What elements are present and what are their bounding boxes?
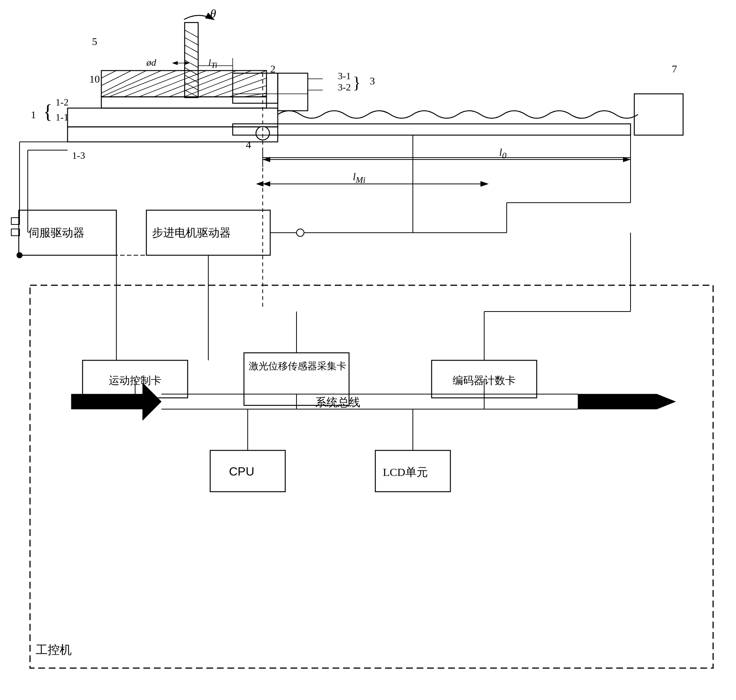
svg-marker-80 [578,394,676,409]
svg-line-16 [109,71,176,97]
svg-line-1 [185,30,198,38]
svg-line-13 [101,71,131,86]
label-3-2: 3-2 [338,82,351,93]
label-4: 4 [246,139,251,151]
main-svg [0,0,736,700]
svg-marker-97 [480,181,488,187]
svg-line-15 [101,71,161,97]
svg-rect-35 [278,73,308,111]
svg-line-6 [185,68,198,75]
svg-line-12 [101,71,116,78]
svg-rect-45 [634,94,683,135]
label-1: 1 [31,109,36,121]
label-7: 7 [672,63,677,75]
svg-rect-50 [11,229,20,236]
svg-line-24 [229,86,266,97]
svg-line-3 [185,45,198,53]
svg-marker-79 [71,383,161,420]
label-1-2: 1-2 [56,97,69,108]
brace-3: } [353,73,361,92]
diagram-container: θ 5 ød lTi 2 3-1 3-2 } 3 7 10 { 1 1-2 1-… [0,0,736,700]
label-5: 5 [92,36,97,48]
svg-line-19 [154,71,221,97]
svg-rect-10 [101,97,266,108]
svg-rect-32 [233,73,278,103]
label-3-1: 3-1 [338,71,351,82]
servo-driver-label: 伺服驱动器 [28,225,84,241]
theta-label: θ [210,7,216,21]
ipc-label: 工控机 [36,642,72,658]
svg-rect-65 [30,285,713,668]
svg-marker-96 [263,181,270,187]
brace-1: { [43,101,53,123]
svg-point-58 [297,229,304,236]
stepper-driver-label: 步进电机驱动器 [152,225,231,241]
lMi-label: lMi [353,171,366,185]
lTi-label: lTi [208,57,217,70]
svg-line-17 [124,71,191,97]
l0-label: l0 [499,146,506,161]
phi-d-label: ød [146,57,156,68]
svg-line-4 [185,53,198,60]
encoder-card-label: 编码器计数卡 [433,373,535,388]
svg-line-2 [185,38,198,45]
label-2: 2 [270,63,275,75]
cpu-label: CPU [229,465,254,479]
svg-line-20 [169,71,236,97]
laser-card-label: 激光位移传感器采集卡 [246,360,349,373]
svg-rect-34 [233,124,631,135]
svg-rect-49 [11,218,20,224]
lcd-label: LCD单元 [383,465,428,480]
label-1-1: 1-1 [56,112,69,123]
svg-line-14 [101,71,146,93]
motion-card-label: 运动控制卡 [86,373,184,388]
label-3: 3 [370,75,375,87]
label-10: 10 [89,73,100,85]
svg-line-18 [139,71,206,97]
label-1-3: 1-3 [72,150,85,161]
system-bus-label: 系统总线 [315,395,360,410]
svg-line-5 [185,60,198,68]
